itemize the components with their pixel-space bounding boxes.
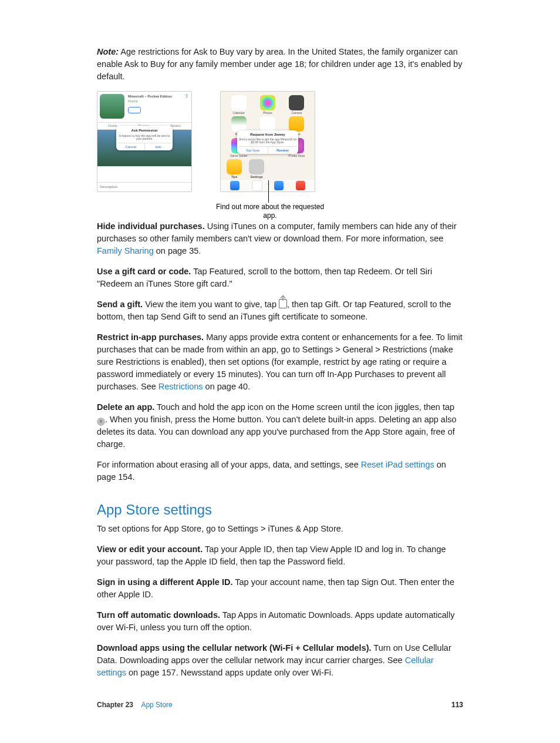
- page-number: 113: [451, 700, 463, 710]
- para-erase: For information about erasing all of you…: [97, 459, 463, 483]
- delete-badge-icon: ×: [97, 418, 105, 426]
- calendar-icon: [231, 95, 247, 110]
- dock-icon: [252, 180, 262, 191]
- camera-icon: [289, 95, 304, 110]
- para-cellular: Download apps using the cellular network…: [97, 642, 463, 679]
- tips-icon: [227, 159, 242, 174]
- link-restrictions[interactable]: Restrictions: [158, 382, 203, 391]
- dialog-title: Request from Jimmy: [238, 132, 297, 137]
- lead: Hide individual purchases.: [97, 221, 205, 231]
- para-hide: Hide individual purchases. Using iTunes …: [97, 220, 463, 257]
- screenshot-ask-permission: ⇧ Minecraft – Pocket Edition Mojang Deta…: [97, 91, 192, 192]
- lead: Use a gift card or code.: [97, 267, 191, 276]
- dialog-message: A request to buy this app will be sent t…: [117, 135, 171, 141]
- photos-icon: [260, 95, 275, 110]
- lead: Sign in using a different Apple ID.: [97, 577, 232, 587]
- lead: Restrict in-app purchases.: [97, 332, 204, 342]
- settings-intro: To set options for App Store, go to Sett…: [97, 523, 463, 535]
- page-footer: Chapter 23 App Store 113: [97, 700, 463, 710]
- share-icon: ⇧: [185, 93, 189, 100]
- para-view-account: View or edit your account. Tap your Appl…: [97, 543, 463, 568]
- document-page: Note: Age restrictions for Ask to Buy va…: [0, 0, 560, 743]
- para-sendgift: Send a gift. View the item you want to g…: [97, 298, 463, 323]
- para-giftcard: Use a gift card or code. Tap Featured, s…: [97, 265, 463, 290]
- para-delete: Delete an app. Touch and hold the app ic…: [97, 401, 463, 450]
- callout: Find out more about the requested app.: [97, 203, 314, 220]
- dialog-ask: Ask: [145, 143, 172, 151]
- price-button: [128, 107, 141, 113]
- dialog-title: Ask Permission: [117, 128, 171, 133]
- ask-permission-dialog: Ask Permission A request to buy this app…: [116, 126, 173, 150]
- lead: Delete an app.: [97, 402, 154, 412]
- app-thumbnail: [100, 94, 124, 119]
- screenshot-request-review: Calendar Photos Camera Maps Videos Notes…: [220, 91, 315, 192]
- figure-row: ⇧ Minecraft – Pocket Edition Mojang Deta…: [97, 91, 463, 192]
- link-family-sharing[interactable]: Family Sharing: [97, 246, 154, 255]
- lead: Send a gift.: [97, 300, 143, 309]
- callout-line: [268, 180, 269, 203]
- dialog-review: Review: [268, 147, 298, 154]
- callout-text: Find out more about the requested app.: [214, 203, 326, 220]
- dock-icon: [274, 181, 284, 190]
- para-signin: Sign in using a different Apple ID. Tap …: [97, 576, 463, 601]
- note-label: Note:: [97, 47, 119, 56]
- tab: Details: [108, 124, 117, 128]
- dock-icon: [296, 181, 305, 190]
- dock: [221, 180, 315, 191]
- note-body: Age restrictions for Ask to Buy vary by …: [97, 47, 463, 81]
- settings-icon: [249, 159, 264, 174]
- para-auto: Turn off automatic downloads. Tap Apps i…: [97, 609, 463, 634]
- dialog-message: Jimmy would like to get the app Minecraf…: [238, 138, 297, 144]
- section-heading: App Store settings: [97, 500, 463, 520]
- note-paragraph: Note: Age restrictions for Ask to Buy va…: [97, 46, 463, 83]
- maps-icon: [231, 116, 247, 132]
- notes-icon: [289, 116, 304, 132]
- request-dialog: Request from Jimmy Jimmy would like to g…: [237, 130, 298, 154]
- lead: View or edit your account.: [97, 544, 203, 554]
- para-restrict: Restrict in-app purchases. Many apps pro…: [97, 331, 463, 393]
- chapter-label: Chapter 23: [97, 701, 133, 709]
- description-label: Description: [97, 182, 191, 191]
- dialog-cancel: Cancel: [117, 143, 145, 151]
- dialog-notnow: Not Now: [238, 147, 268, 154]
- app-vendor: Mojang: [128, 99, 172, 103]
- chapter-name: App Store: [141, 701, 172, 709]
- app-title: Minecraft – Pocket Edition: [128, 94, 172, 99]
- link-reset-ipad[interactable]: Reset iPad settings: [361, 460, 434, 469]
- dock-icon: [230, 181, 239, 190]
- videos-icon: [260, 116, 275, 132]
- share-icon: [279, 299, 287, 308]
- lead: Turn off automatic downloads.: [97, 610, 220, 620]
- lead: Download apps using the cellular network…: [97, 643, 372, 653]
